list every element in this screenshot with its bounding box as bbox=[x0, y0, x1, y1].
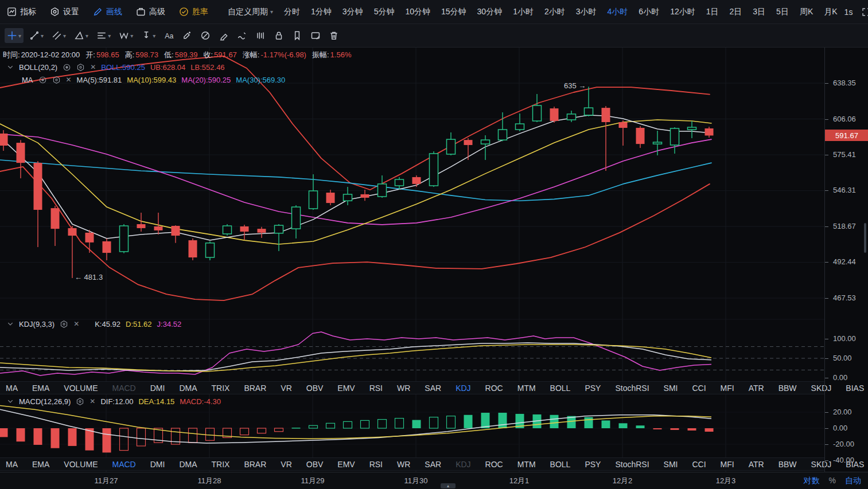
indicator-tab-ema[interactable]: EMA bbox=[32, 384, 49, 393]
timeframe-4小时[interactable]: 4小时 bbox=[608, 7, 628, 17]
indicator-tab-smi[interactable]: SMI bbox=[664, 384, 678, 393]
log-scale-toggle[interactable]: 对数 bbox=[804, 476, 820, 486]
timeframe-30分钟[interactable]: 30分钟 bbox=[477, 7, 503, 17]
indicator-tab-kdj[interactable]: KDJ bbox=[456, 384, 470, 393]
lock-drawings-tool[interactable] bbox=[271, 28, 286, 43]
timeframe-6小时[interactable]: 6小时 bbox=[639, 7, 659, 17]
fullscreen-icon[interactable] bbox=[862, 7, 868, 17]
indicator-tab-emv[interactable]: EMV bbox=[337, 460, 355, 469]
candlestick-chart[interactable]: 635 →← 481.3 bbox=[0, 48, 824, 472]
timeframe-1分钟[interactable]: 1分钟 bbox=[311, 7, 332, 17]
indicator-tab-bbw[interactable]: BBW bbox=[779, 384, 797, 393]
indicator-tab-volume[interactable]: VOLUME bbox=[64, 384, 98, 393]
indicator-tab-dma[interactable]: DMA bbox=[179, 460, 197, 469]
indicator-tab-obv[interactable]: OBV bbox=[306, 460, 324, 469]
magic-eraser-tool[interactable] bbox=[180, 28, 194, 43]
indicator-tab-kdj[interactable]: KDJ bbox=[456, 460, 470, 469]
timeframe-5日[interactable]: 5日 bbox=[776, 7, 789, 17]
menu-advanced[interactable]: 高级 bbox=[136, 7, 165, 17]
indicator-tab-dmi[interactable]: DMI bbox=[150, 384, 165, 393]
indicator-tab-ema[interactable]: EMA bbox=[32, 460, 49, 469]
indicator-tab-sar[interactable]: SAR bbox=[425, 384, 441, 393]
indicator-tab-mtm[interactable]: MTM bbox=[517, 460, 536, 469]
timeframe-分时[interactable]: 分时 bbox=[284, 7, 300, 17]
indicator-tab-smi[interactable]: SMI bbox=[664, 460, 678, 469]
indicator-tab-atr[interactable]: ATR bbox=[749, 384, 764, 393]
indicator-tab-dmi[interactable]: DMI bbox=[150, 460, 165, 469]
menu-draw[interactable]: 画线 bbox=[93, 7, 122, 17]
timeframe-1日[interactable]: 1日 bbox=[706, 7, 719, 17]
settings-hexagon-icon[interactable] bbox=[76, 397, 84, 406]
timeframe-10分钟[interactable]: 10分钟 bbox=[405, 7, 430, 17]
timeframe-3日[interactable]: 3日 bbox=[753, 7, 765, 17]
indicator-tab-wr[interactable]: WR bbox=[397, 460, 410, 469]
parallel-channel-tool[interactable]: ▾ bbox=[49, 28, 68, 43]
indicator-tab-ma[interactable]: MA bbox=[6, 384, 18, 393]
timeframe-12小时[interactable]: 12小时 bbox=[670, 7, 695, 17]
indicator-tab-wr[interactable]: WR bbox=[397, 384, 410, 393]
pane-grip[interactable]: ▴ bbox=[441, 483, 456, 488]
indicator-tab-brar[interactable]: BRAR bbox=[244, 460, 266, 469]
custom-period-dropdown[interactable]: 自定义周期 ▾ bbox=[228, 7, 273, 17]
indicator-tab-ma[interactable]: MA bbox=[6, 460, 18, 469]
elliott-wave-tool[interactable]: ▾ bbox=[116, 28, 135, 43]
close-icon[interactable]: ✕ bbox=[89, 397, 95, 405]
indicator-tab-psy[interactable]: PSY bbox=[585, 460, 601, 469]
indicator-tab-stochrsi[interactable]: StochRSI bbox=[615, 460, 649, 469]
time-axis[interactable]: 对数 % 自动 11月2711月2811月2911月3012月112月212月3 bbox=[0, 472, 868, 489]
indicator-tab-volume[interactable]: VOLUME bbox=[64, 460, 98, 469]
indicator-tab-mtm[interactable]: MTM bbox=[517, 384, 536, 393]
indicator-tab-vr[interactable]: VR bbox=[281, 460, 291, 469]
indicator-tab-trix[interactable]: TRIX bbox=[212, 460, 230, 469]
indicator-tab-macd[interactable]: MACD bbox=[112, 460, 135, 469]
indicator-tab-dma[interactable]: DMA bbox=[179, 384, 197, 393]
indicator-tab-roc[interactable]: ROC bbox=[485, 460, 503, 469]
indicator-tab-rsi[interactable]: RSI bbox=[369, 384, 383, 393]
indicator-tab-stochrsi[interactable]: StochRSI bbox=[615, 384, 649, 393]
indicator-tab-brar[interactable]: BRAR bbox=[244, 384, 266, 393]
indicator-tab-sar[interactable]: SAR bbox=[425, 460, 441, 469]
indicator-tab-roc[interactable]: ROC bbox=[485, 384, 503, 393]
close-icon[interactable]: ✕ bbox=[90, 63, 96, 71]
indicator-tab-mfi[interactable]: MFI bbox=[721, 460, 734, 469]
indicator-tab-emv[interactable]: EMV bbox=[337, 384, 355, 393]
timeframe-1小时[interactable]: 1小时 bbox=[513, 7, 534, 17]
crosshair-tool[interactable]: ▾ bbox=[5, 28, 24, 43]
indicator-tab-vr[interactable]: VR bbox=[281, 384, 291, 393]
timeframe-2小时[interactable]: 2小时 bbox=[544, 7, 565, 17]
indicator-tab-bbw[interactable]: BBW bbox=[779, 460, 797, 469]
timeframe-3小时[interactable]: 3小时 bbox=[576, 7, 597, 17]
indicator-tab-psy[interactable]: PSY bbox=[585, 384, 601, 393]
bookmark-tool[interactable] bbox=[290, 28, 305, 43]
chart-stage[interactable]: 635 →← 481.3 时间:2020-12-02 20:00开:598.65… bbox=[0, 48, 868, 489]
indicator-tab-obv[interactable]: OBV bbox=[306, 384, 324, 393]
menu-winrate[interactable]: 胜率 bbox=[179, 7, 208, 17]
timeframe-15分钟[interactable]: 15分钟 bbox=[441, 7, 466, 17]
timeframe-5分钟[interactable]: 5分钟 bbox=[374, 7, 395, 17]
chevron-down-icon[interactable] bbox=[7, 64, 14, 71]
delete-drawings-tool[interactable] bbox=[326, 28, 341, 43]
timeframe-月K[interactable]: 月K bbox=[824, 7, 837, 17]
timeframe-2日[interactable]: 2日 bbox=[730, 7, 742, 17]
close-icon[interactable]: ✕ bbox=[66, 76, 72, 84]
menu-settings[interactable]: 设置 bbox=[50, 7, 79, 17]
close-icon[interactable]: ✕ bbox=[73, 320, 79, 328]
price-range-tool[interactable]: ▾ bbox=[139, 28, 158, 43]
settings-hexagon-icon[interactable] bbox=[52, 76, 61, 84]
trend-line-tool[interactable]: ▾ bbox=[27, 28, 46, 43]
percent-scale-toggle[interactable]: % bbox=[829, 476, 836, 486]
indicator-tab-cci[interactable]: CCI bbox=[692, 460, 706, 469]
eye-icon[interactable] bbox=[63, 63, 71, 72]
indicator-tab-macd[interactable]: MACD bbox=[112, 384, 135, 393]
settings-hexagon-icon[interactable] bbox=[76, 63, 85, 72]
menu-indicator[interactable]: 指标 bbox=[7, 7, 36, 17]
timeframe-3分钟[interactable]: 3分钟 bbox=[342, 7, 363, 17]
freehand-draw-tool[interactable] bbox=[235, 28, 250, 43]
indicator-tab-boll[interactable]: BOLL bbox=[550, 460, 571, 469]
vertical-scrollbar[interactable] bbox=[864, 223, 866, 253]
pattern-bars-tool[interactable] bbox=[253, 28, 268, 43]
hide-drawings-tool[interactable] bbox=[198, 28, 213, 43]
indicator-tab-trix[interactable]: TRIX bbox=[212, 384, 230, 393]
fib-retracement-tool[interactable]: ▾ bbox=[94, 28, 113, 43]
chevron-down-icon[interactable] bbox=[7, 398, 14, 405]
